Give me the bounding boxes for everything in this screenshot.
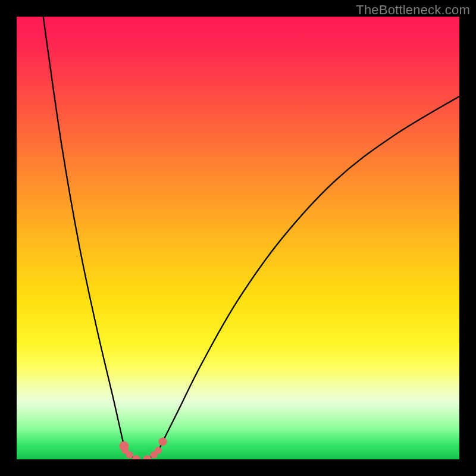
watermark-text: TheBottleneck.com bbox=[356, 2, 470, 18]
curve-right bbox=[147, 96, 459, 459]
data-marker bbox=[159, 437, 167, 446]
data-marker bbox=[132, 455, 140, 459]
data-marker bbox=[143, 455, 151, 459]
curve-markers bbox=[119, 437, 167, 459]
data-marker bbox=[126, 452, 133, 459]
data-marker bbox=[155, 447, 162, 454]
curve-left bbox=[43, 17, 136, 459]
curve-svg bbox=[17, 17, 459, 459]
plot-area bbox=[17, 17, 459, 459]
